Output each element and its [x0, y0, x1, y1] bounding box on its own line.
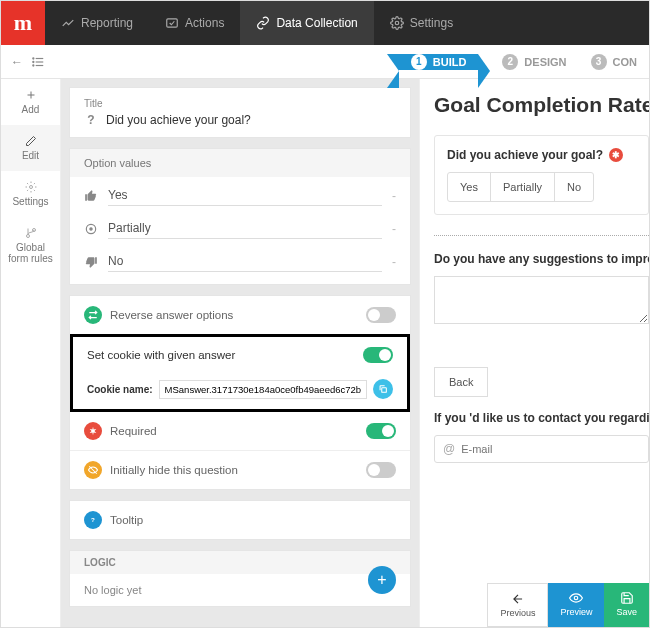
toggle-cookie[interactable] [363, 347, 393, 363]
step-build-label: BUILD [433, 56, 467, 68]
top-nav: Reporting Actions Data Collection Settin… [45, 1, 469, 45]
previous-button[interactable]: Previous [487, 583, 548, 627]
preview-question-card: Did you achieve your goal? ✱ Yes Partial… [434, 135, 649, 215]
cookie-name-label: Cookie name: [87, 384, 153, 395]
sidetab-add[interactable]: Add [1, 79, 60, 125]
toggle-hide[interactable] [366, 462, 396, 478]
svg-point-12 [90, 227, 92, 229]
step-design-label: DESIGN [524, 56, 566, 68]
setting-tooltip[interactable]: ? Tooltip [70, 501, 410, 539]
list-icon[interactable] [31, 55, 45, 69]
option-input-yes[interactable] [108, 185, 382, 206]
pencil-icon [25, 135, 37, 147]
sidetab-global-label: Global form rules [5, 242, 56, 264]
sidetab-add-label: Add [22, 104, 40, 115]
setting-cookie-label: Set cookie with given answer [87, 349, 355, 361]
save-label: Save [616, 607, 637, 617]
step-build[interactable]: 1 BUILD [399, 54, 479, 70]
step-design-num: 2 [502, 54, 518, 70]
divider [434, 235, 649, 236]
nav-reporting-label: Reporting [81, 16, 133, 30]
svg-text:?: ? [91, 516, 95, 523]
required-star-icon: ✱ [609, 148, 623, 162]
editor-panel: Title ? Did you achieve your goal? Optio… [61, 79, 419, 627]
nav-settings[interactable]: Settings [374, 1, 469, 45]
preview-button[interactable]: Preview [548, 583, 604, 627]
svg-rect-0 [167, 19, 178, 27]
svg-point-10 [29, 186, 32, 189]
back-button[interactable]: Back [434, 367, 488, 397]
plus-icon [25, 89, 37, 101]
sidetab-global-rules[interactable]: Global form rules [1, 217, 60, 274]
toggle-required[interactable] [366, 423, 396, 439]
option-remove[interactable]: - [392, 255, 396, 269]
answer-button-group: Yes Partially No [447, 172, 594, 202]
step-design[interactable]: 2 DESIGN [490, 54, 578, 70]
option-row-yes[interactable]: - [70, 177, 410, 210]
top-bar: m Reporting Actions Data Collection Sett… [1, 1, 649, 45]
svg-point-1 [395, 21, 399, 25]
option-row-no[interactable]: - [70, 243, 410, 284]
step-build-num: 1 [411, 54, 427, 70]
setting-reverse: Reverse answer options [70, 296, 410, 334]
email-field-wrapper: @ [434, 435, 649, 463]
preview-q1-text: Did you achieve your goal? [447, 148, 603, 162]
save-button[interactable]: Save [604, 583, 649, 627]
setting-reverse-label: Reverse answer options [110, 309, 358, 321]
svg-point-16 [575, 596, 579, 600]
thumbs-down-icon [84, 255, 98, 269]
setting-required: Required [70, 412, 410, 450]
eye-off-icon [84, 461, 102, 479]
sidetab-settings[interactable]: Settings [1, 171, 60, 217]
question-mark-icon: ? [84, 113, 98, 127]
sidetab-edit-label: Edit [22, 150, 39, 161]
preview-q3-text: If you 'd like us to contact you regardi… [434, 411, 649, 425]
copy-button[interactable] [373, 379, 393, 399]
step-con-num: 3 [591, 54, 607, 70]
logic-add-button[interactable]: + [368, 566, 396, 594]
reverse-icon [84, 306, 102, 324]
preview-label: Preview [560, 607, 592, 617]
answer-yes[interactable]: Yes [448, 173, 490, 201]
preview-heading: Goal Completion Rate [434, 93, 649, 117]
check-icon [165, 16, 179, 30]
toggle-reverse[interactable] [366, 307, 396, 323]
eye-icon [569, 591, 583, 605]
preview-q2-text: Do you have any suggestions to improve o… [434, 252, 649, 266]
sidetab-settings-label: Settings [12, 196, 48, 207]
step-con[interactable]: 3 CON [579, 54, 649, 70]
gear-icon [390, 16, 404, 30]
answer-no[interactable]: No [554, 173, 593, 201]
question-icon: ? [84, 511, 102, 529]
svg-rect-13 [382, 388, 387, 393]
svg-point-7 [33, 64, 34, 65]
option-input-no[interactable] [108, 251, 382, 272]
option-remove[interactable]: - [392, 189, 396, 203]
arrow-left-icon [511, 592, 525, 606]
option-row-partially[interactable]: - [70, 210, 410, 243]
setting-hide: Initially hide this question [70, 450, 410, 489]
footer-buttons: Previous Preview Save [487, 583, 649, 627]
logo[interactable]: m [1, 1, 45, 45]
gear-icon [25, 181, 37, 193]
branch-icon [25, 227, 37, 239]
cookie-name-input[interactable] [159, 380, 367, 399]
options-header: Option values [70, 149, 410, 177]
thumbs-up-icon [84, 189, 98, 203]
chart-icon [61, 16, 75, 30]
circle-dot-icon [84, 222, 98, 236]
sidetab-edit[interactable]: Edit [1, 125, 60, 171]
suggestions-textarea[interactable] [434, 276, 649, 324]
email-input[interactable] [461, 443, 640, 455]
option-input-partially[interactable] [108, 218, 382, 239]
svg-point-5 [33, 57, 34, 58]
nav-data-collection[interactable]: Data Collection [240, 1, 373, 45]
question-title[interactable]: Did you achieve your goal? [106, 113, 251, 127]
step-bar: ← 1 BUILD 2 DESIGN 3 CON [1, 45, 649, 79]
link-icon [256, 16, 270, 30]
answer-partially[interactable]: Partially [490, 173, 554, 201]
nav-reporting[interactable]: Reporting [45, 1, 149, 45]
nav-actions[interactable]: Actions [149, 1, 240, 45]
option-remove[interactable]: - [392, 222, 396, 236]
back-arrow-icon[interactable]: ← [11, 55, 23, 69]
